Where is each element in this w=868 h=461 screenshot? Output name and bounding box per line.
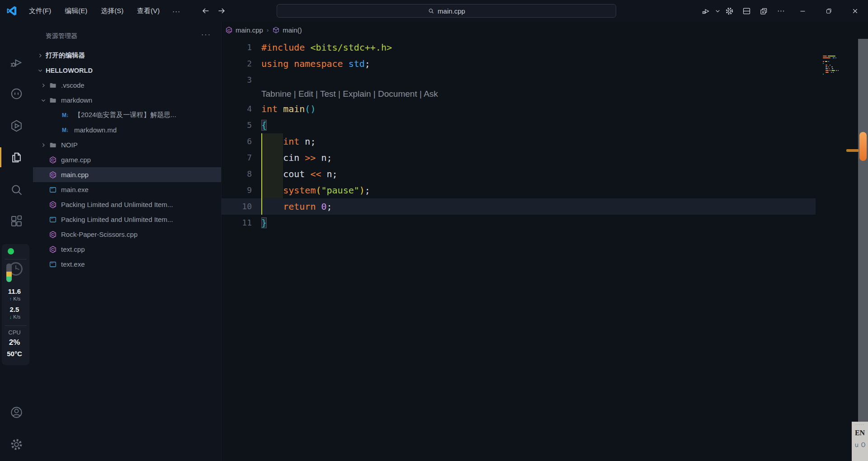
ime-toolbar[interactable]: ····· EN ｕＯ: [852, 422, 868, 461]
code-line-3[interactable]: 3: [222, 72, 868, 88]
activity-item-explorer[interactable]: [0, 144, 33, 170]
code-line-2[interactable]: 2using namespace std;: [222, 56, 868, 72]
editor-group[interactable]: C++ main.cpp › main() 1#include <bits/st…: [222, 22, 868, 461]
explorer-more-icon[interactable]: ···: [201, 31, 211, 39]
menu-item-1[interactable]: 编辑(E): [60, 5, 92, 17]
tree-item-label: NOIP: [61, 141, 78, 149]
code-area[interactable]: 1#include <bits/stdc++.h>2using namespac…: [222, 39, 868, 461]
folder-icon: [49, 96, 57, 104]
code-line-4[interactable]: 4int main(): [222, 101, 868, 117]
run-debug-button[interactable]: [697, 0, 714, 22]
breadcrumb-file[interactable]: main.cpp: [236, 26, 263, 34]
tree-item-rock-paper-scissors.cpp[interactable]: C++Rock-Paper-Scissors.cpp: [33, 227, 221, 242]
menu-item-3[interactable]: 查看(V): [132, 5, 164, 17]
tabnine-codelens[interactable]: Tabnine | Edit | Test | Explain | Docume…: [222, 88, 868, 101]
down-arrow-icon: ↓: [9, 314, 12, 320]
more-actions-icon[interactable]: [772, 0, 789, 22]
codelens-actions[interactable]: Tabnine | Edit | Test | Explain | Docume…: [222, 88, 438, 101]
cpp-file-icon: C++: [49, 201, 57, 209]
code-line-11[interactable]: 11}: [222, 215, 868, 231]
tree-item-markdown.md[interactable]: M↓markdown.md: [33, 122, 221, 137]
tree-item-.vscode[interactable]: .vscode: [33, 78, 221, 93]
chevron-right-icon: [37, 52, 44, 59]
code-line-7[interactable]: 7 cin >> n;: [222, 150, 868, 166]
line-number: 4: [222, 101, 261, 117]
menu-item-0[interactable]: 文件(F): [24, 5, 56, 17]
chevron-right-icon: ›: [267, 27, 269, 33]
line-number: 11: [222, 215, 261, 231]
section-label: 打开的编辑器: [46, 51, 85, 60]
cpp-file-icon: C++: [49, 245, 57, 254]
tree-item-game.cpp[interactable]: C++game.cpp: [33, 152, 221, 167]
line-number: 6: [222, 133, 261, 150]
split-editor-icon[interactable]: [738, 0, 755, 22]
activity-item-tabnine[interactable]: [0, 80, 33, 107]
tree-item-label: markdown.md: [74, 126, 117, 134]
settings-gear-icon[interactable]: [721, 0, 738, 22]
chevron-right-icon: [40, 82, 47, 89]
traffic-monitor-widget: 11.6 ↑ K/s 2.5 ↓ K/s CPU 2% 50°C: [2, 244, 29, 365]
command-center-search[interactable]: main.cpp: [277, 4, 616, 18]
symbol-method-icon: [272, 26, 280, 34]
folder-icon: [49, 81, 57, 89]
tree-item-markdown[interactable]: markdown: [33, 93, 221, 108]
line-number: 8: [222, 166, 261, 182]
line-number: 2: [222, 56, 261, 72]
activity-item-run-and-debug[interactable]: [0, 49, 33, 75]
chevron-right-icon: [40, 141, 47, 149]
tree-item-label: text.exe: [61, 260, 85, 268]
activity-item-accounts[interactable]: [0, 399, 33, 425]
divider: [5, 325, 27, 326]
explorer-section-1[interactable]: HELLOWORLD: [33, 63, 221, 78]
tree-item-label: Packing Limited and Unlimited Item...: [61, 201, 173, 208]
restore-button[interactable]: [816, 0, 842, 22]
activity-item-code-runner[interactable]: [0, 113, 33, 139]
code-line-5[interactable]: 5{: [222, 117, 868, 133]
tree-item--2024-...[interactable]: M↓【2024临安普及一课程】解题思...: [33, 108, 221, 122]
breadcrumb: C++ main.cpp › main(): [222, 22, 302, 38]
code-line-1[interactable]: 1#include <bits/stdc++.h>: [222, 39, 868, 56]
code-text: return 0;: [261, 198, 332, 215]
breadcrumb-symbol[interactable]: main(): [283, 26, 302, 34]
menu-more-icon[interactable]: ···: [169, 5, 184, 17]
explorer-tree: 打开的编辑器HELLOWORLD.vscodemarkdownM↓【2024临安…: [33, 48, 221, 272]
menu-item-2[interactable]: 选择(S): [96, 5, 128, 17]
ime-secondary-glyph[interactable]: ｕＯ: [853, 441, 867, 449]
nav-forward-arrow-icon[interactable]: [217, 6, 226, 16]
activity-item-search[interactable]: [0, 177, 33, 203]
explorer-header: 资源管理器 ···: [33, 31, 221, 42]
code-line-10[interactable]: 10 return 0;: [222, 198, 868, 215]
minimize-button[interactable]: [789, 0, 816, 22]
code-text: {: [261, 117, 267, 133]
code-text: #include <bits/stdc++.h>: [261, 39, 392, 56]
line-number: 7: [222, 150, 261, 166]
overlay-scrollbar-thumb[interactable]: [859, 132, 867, 161]
close-button[interactable]: [842, 0, 868, 22]
ime-drag-handle[interactable]: ·····: [855, 423, 864, 426]
minimap[interactable]: [823, 56, 849, 75]
activity-item-settings[interactable]: [0, 431, 33, 457]
nav-back-arrow-icon[interactable]: [201, 6, 211, 16]
line-number: 3: [222, 72, 261, 88]
explorer-title: 资源管理器: [46, 32, 77, 40]
code-line-9[interactable]: 9 system("pause");: [222, 182, 868, 198]
ime-language-badge[interactable]: EN: [855, 429, 865, 437]
tree-item-packing-limited-and-unlimited-item...[interactable]: Packing Limited and Unlimited Item...: [33, 212, 221, 227]
line-number: 1: [222, 39, 261, 56]
download-speed: 2.5: [2, 306, 27, 313]
code-line-8[interactable]: 8 cout << n;: [222, 166, 868, 182]
activity-item-extensions[interactable]: [0, 208, 33, 234]
code-line-6[interactable]: 6 int n;: [222, 133, 868, 150]
explorer-section-0[interactable]: 打开的编辑器: [33, 48, 221, 63]
tree-item-text.cpp[interactable]: C++text.cpp: [33, 242, 221, 257]
tree-item-packing-limited-and-unlimited-item...[interactable]: C++Packing Limited and Unlimited Item...: [33, 197, 221, 212]
tree-item-main.exe[interactable]: main.exe: [33, 182, 221, 197]
tree-item-text.exe[interactable]: text.exe: [33, 257, 221, 272]
upload-speed: 11.6: [2, 287, 27, 295]
chevron-down-icon[interactable]: [714, 0, 721, 22]
tree-item-noip[interactable]: NOIP: [33, 137, 221, 152]
close-all-editors-icon[interactable]: [755, 0, 772, 22]
tree-item-main.cpp[interactable]: C++main.cpp: [33, 167, 221, 182]
overlay-scrollbar-track[interactable]: [858, 39, 868, 461]
up-arrow-icon: ↑: [9, 296, 12, 301]
